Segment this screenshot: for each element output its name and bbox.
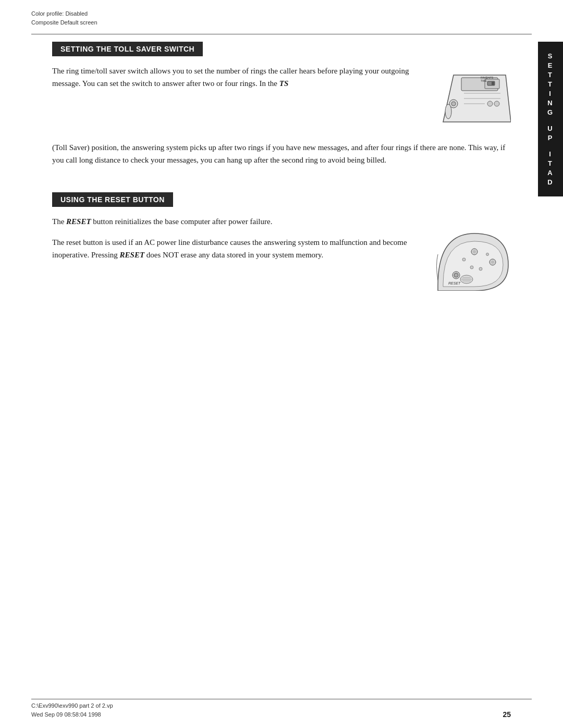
svg-point-21: [470, 266, 473, 269]
svg-point-9: [451, 102, 456, 106]
top-meta-line2: Composite Default screen: [31, 18, 97, 27]
svg-point-23: [486, 253, 489, 256]
section1-para1: The ring time/toll saver switch allows y…: [52, 67, 409, 88]
bottom-metadata: C:\Exv990\exv990 part 2 of 2.vp Wed Sep …: [31, 701, 113, 719]
svg-point-14: [487, 101, 493, 106]
svg-point-22: [479, 267, 482, 270]
toll-saver-illustration: RING TIME 2/4/TS: [427, 67, 511, 137]
side-tab-letters: S E T T I N G U P I T A D: [547, 52, 554, 186]
svg-point-20: [462, 258, 466, 261]
top-metadata: Color profile: Disabled Composite Defaul…: [31, 9, 97, 27]
main-content: SETTING THE TOLL SAVER SWITCH The ring t…: [52, 42, 511, 686]
svg-point-10: [445, 104, 451, 119]
toll-saver-svg: RING TIME 2/4/TS: [427, 67, 511, 135]
section2-body: The RESET button reinitializes the base …: [52, 215, 511, 293]
svg-point-25: [454, 273, 458, 277]
svg-rect-4: [492, 82, 494, 85]
page: Color profile: Disabled Composite Defaul…: [0, 0, 563, 728]
section1-heading: SETTING THE TOLL SAVER SWITCH: [52, 42, 203, 56]
section-toll-saver: SETTING THE TOLL SAVER SWITCH The ring t…: [52, 42, 511, 166]
svg-text:RESET: RESET: [448, 281, 461, 285]
top-meta-line1: Color profile: Disabled: [31, 9, 97, 18]
bottom-decorative-line: [31, 699, 532, 699]
page-number: 25: [503, 710, 511, 719]
side-tab: S E T T I N G U P I T A D: [538, 42, 563, 196]
ts-label: TS: [279, 79, 289, 88]
section1-body: The ring time/toll saver switch allows y…: [52, 65, 511, 137]
section2-para1: The RESET button reinitializes the base …: [52, 215, 420, 228]
bottom-meta-line2: Wed Sep 09 08:58:04 1998: [31, 710, 113, 719]
section1-text: The ring time/toll saver switch allows y…: [52, 65, 417, 90]
reset-illustration: RESET: [430, 218, 511, 293]
svg-point-17: [473, 250, 476, 253]
reset-svg: RESET: [430, 218, 511, 291]
svg-text:TIME: TIME: [481, 79, 487, 82]
reset-bold-1: RESET: [66, 217, 91, 226]
section2-text: The RESET button reinitializes the base …: [52, 215, 420, 269]
section2-para2: The reset button is used if an AC power …: [52, 236, 420, 261]
top-decorative-line: [31, 34, 532, 34]
section-reset-button: USING THE RESET BUTTON The RESET button …: [52, 192, 511, 293]
svg-point-15: [494, 101, 499, 106]
svg-point-19: [491, 261, 494, 264]
reset-bold-2: RESET: [120, 251, 145, 259]
section2-heading: USING THE RESET BUTTON: [52, 192, 173, 207]
svg-text:2/4/TS: 2/4/TS: [486, 77, 493, 79]
bottom-meta-line1: C:\Exv990\exv990 part 2 of 2.vp: [31, 701, 113, 710]
section1-para2: (Toll Saver) position, the answering sys…: [52, 141, 511, 166]
